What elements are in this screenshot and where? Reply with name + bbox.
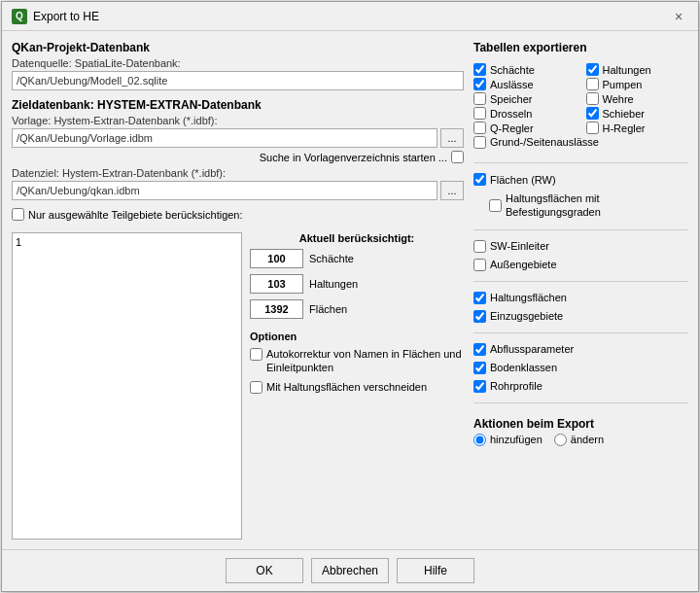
abbrechen-button[interactable]: Abbrechen: [311, 558, 389, 583]
aendern-label: ändern: [571, 434, 604, 445]
hinzufuegen-radio[interactable]: [473, 434, 486, 446]
auslaesse-label: Auslässe: [490, 79, 534, 90]
separator-1: [473, 162, 688, 163]
hilfe-button[interactable]: Hilfe: [397, 558, 474, 583]
datenquelle-input[interactable]: [12, 71, 464, 90]
haltungsflaechen-befest-label: Haltungsflächen mitBefestigungsgraden: [506, 192, 601, 220]
grundauslaesse-label: Grund-/Seitenauslässe: [490, 136, 599, 148]
aktionen-label: Aktionen beim Export: [473, 417, 688, 431]
abflussparameter-checkbox[interactable]: [473, 343, 486, 356]
aussengebiete-checkbox[interactable]: [473, 259, 486, 271]
left-panel: QKan-Projekt-Datenbank Datenquelle: Spat…: [12, 41, 464, 540]
datenziel-label: Datenziel: Hystem-Extran-Datenbank (*.id…: [12, 167, 464, 179]
cb-grundauslaesse: Grund-/Seitenauslässe: [473, 136, 688, 149]
teilgebiete-label: Nur ausgewählte Teilgebiete berücksichti…: [28, 209, 243, 221]
count-flaechen-label: Flächen: [309, 303, 347, 315]
ok-button[interactable]: OK: [226, 558, 303, 583]
cb-hregler: H-Regler: [586, 122, 689, 134]
vorlage-input[interactable]: [12, 128, 438, 148]
separator-3: [473, 281, 688, 282]
footer: OK Abbrechen Hilfe: [2, 549, 698, 591]
datenziel-row: ...: [12, 181, 464, 200]
vorlage-label: Vorlage: Hystem-Extran-Datenbank (*.idbf…: [12, 115, 464, 126]
cb-einzugsgebiete: Einzugsgebiete: [473, 310, 688, 323]
separator-2: [473, 229, 688, 230]
count-schaechte: 100: [250, 249, 303, 268]
speicher-label: Speicher: [490, 93, 532, 105]
haltungsflaechen-verschneiden-checkbox[interactable]: [250, 381, 262, 394]
autokorrektur-checkbox[interactable]: [250, 348, 262, 361]
hregler-checkbox[interactable]: [586, 122, 599, 134]
main-content: QKan-Projekt-Datenbank Datenquelle: Spat…: [2, 31, 698, 549]
cb-wehre: Wehre: [586, 92, 689, 105]
auslaesse-checkbox[interactable]: [473, 78, 486, 90]
cb-bodenklassen: Bodenklassen: [473, 362, 688, 374]
schieber-checkbox[interactable]: [586, 107, 599, 120]
count-row-haltungen: 103 Haltungen: [250, 274, 464, 294]
suche-row: Suche in Vorlagenverzeichnis starten ...: [12, 151, 464, 163]
teilgebiete-checkbox[interactable]: [12, 208, 24, 221]
aktionen-section: Aktionen beim Export hinzufügen ändern: [473, 417, 688, 446]
vorlage-row: ...: [12, 128, 464, 148]
datenziel-input[interactable]: [12, 181, 438, 200]
grundauslaesse-checkbox[interactable]: [473, 136, 486, 149]
teilgebiete-list[interactable]: 1: [12, 232, 242, 540]
aussengebiete-label: Außengebiete: [490, 259, 557, 270]
flaechen-rw-label: Flächen (RW): [490, 174, 556, 186]
drosseln-label: Drosseln: [490, 108, 532, 120]
zieldatenbank-section: Zieldatenbank: HYSTEM-EXTRAN-Datenbank V…: [12, 98, 464, 200]
title-bar: Q Export to HE ×: [2, 2, 698, 31]
count-row-flaechen: 1392 Flächen: [250, 299, 464, 319]
cb-aussengebiete: Außengebiete: [473, 259, 688, 271]
dialog-title: Export to HE: [33, 10, 99, 23]
right-panel: Tabellen exportieren Schächte Haltungen …: [473, 41, 688, 540]
count-haltungen-label: Haltungen: [309, 278, 358, 290]
haltungsflaechen-befest-checkbox[interactable]: [489, 199, 502, 212]
title-bar-left: Q Export to HE: [12, 9, 99, 24]
pumpen-checkbox[interactable]: [586, 78, 599, 90]
einzugsgebiete-checkbox[interactable]: [473, 310, 486, 323]
hinzufuegen-label: hinzufügen: [490, 434, 542, 445]
sw-einleiter-label: SW-Einleiter: [490, 240, 549, 252]
close-button[interactable]: ×: [669, 7, 688, 26]
cb-abflussparameter: Abflussparameter: [473, 343, 688, 356]
bodenklassen-checkbox[interactable]: [473, 362, 486, 374]
haltungsflaechen2-label: Haltungsflächen: [490, 292, 567, 303]
optionen-label: Optionen: [250, 331, 464, 342]
hinzufuegen-option[interactable]: hinzufügen: [473, 434, 542, 446]
datenquelle-label: Datenquelle: SpatiaLite-Datenbank:: [12, 57, 464, 69]
dialog: Q Export to HE × QKan-Projekt-Datenbank …: [1, 1, 699, 592]
vorlage-browse-button[interactable]: ...: [440, 128, 464, 148]
cb-pumpen: Pumpen: [586, 78, 689, 90]
bottom-left: 1: [12, 232, 242, 540]
abflussparameter-label: Abflussparameter: [490, 343, 574, 355]
haltungen-label: Haltungen: [603, 64, 651, 76]
rohrprofile-checkbox[interactable]: [473, 380, 486, 393]
schaechte-checkbox[interactable]: [473, 63, 486, 76]
cb-schieber: Schieber: [586, 107, 689, 120]
cb-auslaesse: Auslässe: [473, 78, 577, 90]
aendern-radio[interactable]: [554, 434, 567, 446]
cb-drosseln: Drosseln: [473, 107, 577, 120]
qregler-checkbox[interactable]: [473, 122, 486, 134]
wehre-checkbox[interactable]: [586, 92, 599, 105]
drosseln-checkbox[interactable]: [473, 107, 486, 120]
schieber-label: Schieber: [603, 108, 645, 120]
cb-flaechen-rw: Flächen (RW): [473, 173, 688, 186]
bottom-section: 1 Aktuell berücksichtigt: 100 Schächte 1…: [12, 232, 464, 540]
option-autokorrektur: Autokorrektur von Namen in Flächen und E…: [250, 347, 464, 375]
count-haltungen: 103: [250, 274, 303, 294]
separator-5: [473, 402, 688, 403]
speicher-checkbox[interactable]: [473, 92, 486, 105]
aendern-option[interactable]: ändern: [554, 434, 604, 446]
haltungsflaechen2-checkbox[interactable]: [473, 292, 486, 304]
bodenklassen-label: Bodenklassen: [490, 362, 557, 373]
cb-haltungsflaechen2: Haltungsflächen: [473, 292, 688, 304]
datenziel-browse-button[interactable]: ...: [440, 181, 464, 200]
rohrprofile-label: Rohrprofile: [490, 380, 542, 392]
haltungen-checkbox[interactable]: [586, 63, 599, 76]
flaechen-rw-checkbox[interactable]: [473, 173, 486, 186]
sw-einleiter-checkbox[interactable]: [473, 240, 486, 253]
cb-schaechte: Schächte: [473, 63, 577, 76]
suche-checkbox[interactable]: [451, 151, 464, 163]
